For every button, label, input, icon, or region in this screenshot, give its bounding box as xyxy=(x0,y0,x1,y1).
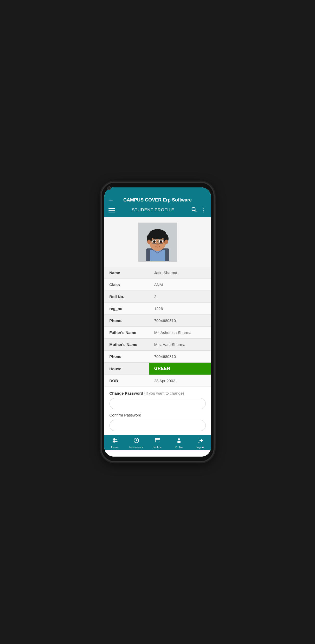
menu-button[interactable] xyxy=(108,208,115,212)
nav-item-users[interactable]: Users xyxy=(104,437,126,449)
profile-icon xyxy=(176,437,182,445)
content-area: Name Jatin Sharma Class ANM Roll No. 2 r… xyxy=(104,217,211,435)
toolbar-right: ⋮ xyxy=(191,206,207,214)
roll-value: 2 xyxy=(149,291,211,303)
nav-item-profile[interactable]: Profile xyxy=(168,437,190,449)
name-label: Name xyxy=(104,267,149,279)
mother-value: Mrs. Aarti Sharma xyxy=(149,339,211,351)
table-row: Mother's Name Mrs. Aarti Sharma xyxy=(104,339,211,351)
father-value: Mr. Ashutosh Sharma xyxy=(149,327,211,339)
app-title: CAMPUS COVER Erp Software xyxy=(123,197,192,203)
table-row: reg_no 1226 xyxy=(104,303,211,315)
bottom-nav: Users Homework Notice xyxy=(104,435,211,450)
svg-point-10 xyxy=(147,239,151,244)
users-label: Users xyxy=(111,446,119,449)
profile-label: Profile xyxy=(175,446,183,449)
homework-icon xyxy=(133,437,139,445)
svg-point-25 xyxy=(113,440,116,443)
dob-value: 28 Apr 2002 xyxy=(149,375,211,387)
password-input[interactable] xyxy=(110,398,206,409)
svg-point-31 xyxy=(177,441,181,443)
house-label: House xyxy=(104,363,149,375)
svg-point-23 xyxy=(156,243,159,245)
nav-item-homework[interactable]: Homework xyxy=(126,437,147,449)
svg-rect-28 xyxy=(155,438,160,442)
toolbar: STUDENT PROFILE ⋮ xyxy=(104,204,211,217)
roll-label: Roll No. xyxy=(104,291,149,303)
reg-label: reg_no xyxy=(104,303,149,315)
svg-point-24 xyxy=(113,438,115,440)
svg-line-1 xyxy=(195,210,196,212)
class-value: ANM xyxy=(149,279,211,291)
back-button[interactable]: ← xyxy=(108,197,114,204)
table-row: Phone. 7004680810 xyxy=(104,315,211,327)
confirm-password-input[interactable] xyxy=(110,420,206,431)
page-title: STUDENT PROFILE xyxy=(132,208,174,212)
password-hint: (If you want to change) xyxy=(144,391,184,395)
mother-label: Mother's Name xyxy=(104,339,149,351)
svg-point-30 xyxy=(178,438,180,440)
profile-photo xyxy=(138,223,177,262)
home-indicator xyxy=(142,454,173,455)
dob-label: DOB xyxy=(104,375,149,387)
name-value: Jatin Sharma xyxy=(149,267,211,279)
svg-point-17 xyxy=(160,241,162,242)
mother-phone-label: Phone xyxy=(104,351,149,363)
nav-item-logout[interactable]: Logout xyxy=(190,437,211,449)
logout-label: Logout xyxy=(196,446,205,449)
table-row: Roll No. 2 xyxy=(104,291,211,303)
homework-label: Homework xyxy=(129,446,143,449)
table-row: Phone 7004680810 xyxy=(104,351,211,363)
table-row: Class ANM xyxy=(104,279,211,291)
change-password-label: Change Password (If you want to change) xyxy=(110,391,206,395)
svg-point-11 xyxy=(164,239,168,244)
app-header: ← CAMPUS COVER Erp Software xyxy=(104,195,211,204)
house-value: GREEN xyxy=(149,363,211,375)
profile-photo-wrapper xyxy=(104,223,211,262)
more-icon[interactable]: ⋮ xyxy=(201,207,207,213)
mother-phone-value: 7004680810 xyxy=(149,351,211,363)
table-row: House GREEN xyxy=(104,363,211,375)
search-icon[interactable] xyxy=(191,206,197,214)
reg-value: 1226 xyxy=(149,303,211,315)
svg-point-16 xyxy=(153,241,155,242)
logout-icon xyxy=(197,437,203,445)
phone-value: 7004680810 xyxy=(149,315,211,327)
nav-item-notice[interactable]: Notice xyxy=(147,437,168,449)
table-row: Name Jatin Sharma xyxy=(104,267,211,279)
father-label: Father's Name xyxy=(104,327,149,339)
class-label: Class xyxy=(104,279,149,291)
table-row: Father's Name Mr. Ashutosh Sharma xyxy=(104,327,211,339)
svg-point-26 xyxy=(115,439,117,440)
confirm-password-label: Confirm Password xyxy=(110,413,206,417)
notice-label: Notice xyxy=(153,446,162,449)
status-bar xyxy=(104,187,211,195)
users-icon xyxy=(112,437,118,445)
table-row: DOB 28 Apr 2002 xyxy=(104,375,211,387)
info-table: Name Jatin Sharma Class ANM Roll No. 2 r… xyxy=(104,267,211,387)
password-section: Change Password (If you want to change) … xyxy=(104,387,211,435)
notice-icon xyxy=(155,437,161,445)
svg-rect-4 xyxy=(150,250,165,262)
phone-label: Phone. xyxy=(104,315,149,327)
